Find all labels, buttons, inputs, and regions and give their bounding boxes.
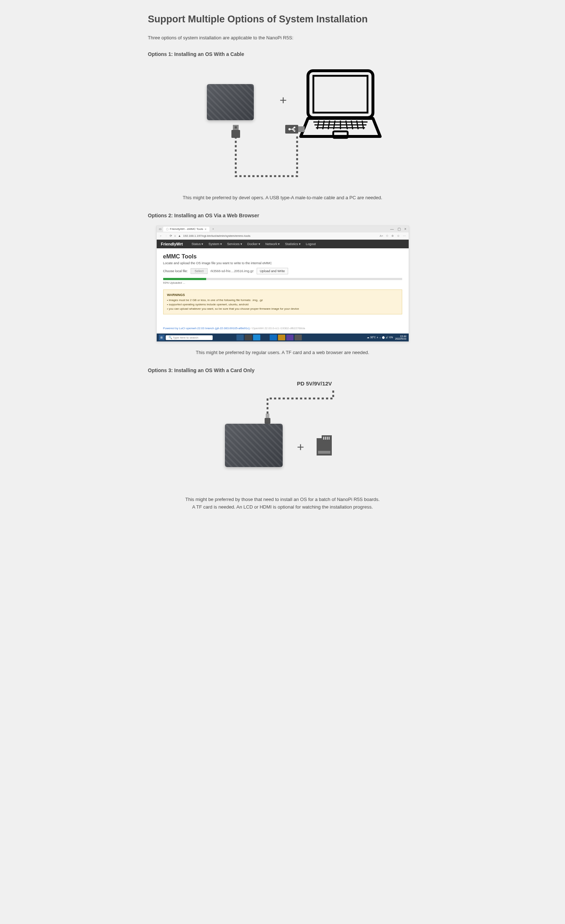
svg-rect-17 — [234, 126, 237, 129]
refresh-icon[interactable]: ⟳ — [170, 234, 172, 237]
option3-illustration: PD 5V/9V/12V + — [148, 380, 417, 489]
brand-label[interactable]: FriendlyWrt — [161, 242, 183, 246]
svg-rect-28 — [329, 437, 330, 440]
upload-progress-label: 93% Uploaded ... — [163, 281, 402, 284]
more-icon[interactable]: ⋯ — [403, 234, 406, 237]
svg-rect-26 — [325, 437, 326, 440]
taskbar-search[interactable]: 🔍 Type here to search — [166, 335, 213, 340]
tab-favicon: ◌ — [166, 227, 168, 231]
option1-caption: This might be preferred by devel opers. … — [148, 194, 417, 202]
window-minimize-icon[interactable]: — — [390, 227, 394, 231]
intro-text: Three options of system installation are… — [148, 35, 417, 40]
power-plug-icon — [264, 414, 271, 424]
taskbar-app-icon[interactable] — [261, 334, 269, 340]
option1-heading: Options 1: Installing an OS With a Cable — [148, 51, 417, 57]
select-file-button[interactable]: Select — [191, 268, 207, 274]
tabbar-app-icon: ▭ — [159, 227, 162, 231]
forward-icon[interactable]: → — [165, 234, 168, 237]
taskbar-app-icon[interactable] — [253, 334, 260, 340]
emmc-title: eMMC Tools — [163, 254, 402, 260]
nav-status[interactable]: Status ▾ — [191, 242, 203, 246]
nav-docker[interactable]: Docker ▾ — [247, 242, 260, 246]
option1-illustration: + — [148, 64, 417, 187]
svg-point-22 — [294, 130, 295, 132]
selected-filename: rk3568-sd-frie....20516.img.gz — [210, 269, 254, 273]
svg-rect-21 — [294, 127, 295, 128]
emmc-subtitle: Locate and upload the OS image file you … — [163, 261, 402, 265]
tab-close-icon[interactable]: × — [205, 227, 206, 231]
option2-caption: This might be preferred by regular users… — [148, 349, 417, 357]
page-title: Support Multiple Options of System Insta… — [148, 14, 417, 25]
luci-footer: Powered by LuCI openwrt-22.03 branch (gi… — [157, 320, 409, 333]
usb-connector-icon — [285, 125, 305, 136]
browser-addressbar: ← → ⟳ ⌂ ▲ 192.168.1.197/cgi-bin/luci/adm… — [157, 232, 409, 240]
power-cable-path — [185, 380, 380, 489]
sd-card-icon — [315, 435, 333, 456]
nav-network[interactable]: Network ▾ — [265, 242, 280, 246]
usb-cable-path — [182, 64, 384, 187]
usb-a-connector-icon — [228, 125, 243, 140]
warning-item: • supported operating systems include op… — [167, 303, 398, 307]
browser-tab[interactable]: ◌ FriendlyWrt - eMMC Tools × — [163, 226, 209, 232]
taskbar-time: 13:44 — [395, 335, 406, 338]
lock-warn-icon: ▲ — [178, 234, 181, 237]
window-maximize-icon[interactable]: ▢ — [397, 227, 401, 231]
option2-heading: Options 2: Installing an OS Via a Web Br… — [148, 213, 417, 218]
taskbar-app-icon[interactable] — [295, 334, 302, 340]
taskbar-app-icon[interactable] — [236, 334, 244, 340]
taskbar-app-icon[interactable] — [245, 334, 252, 340]
taskbar-app-icon[interactable] — [270, 334, 277, 340]
svg-rect-27 — [327, 437, 328, 440]
choose-file-label: Choose local file: — [163, 269, 188, 273]
windows-taskbar: ⊞ 🔍 Type here to search ☁ 30°C ∧ ⌄ ⬤ 🔊 E… — [157, 333, 409, 342]
browser-window: ▭ ◌ FriendlyWrt - eMMC Tools × + — ▢ × ←… — [156, 226, 409, 342]
option2-illustration: ▭ ◌ FriendlyWrt - eMMC Tools × + — ▢ × ←… — [148, 226, 417, 342]
warning-item: • you can upload whatever you want, so b… — [167, 307, 398, 311]
option3-heading: Options 3: Installing an OS With a Card … — [148, 368, 417, 373]
fav-icon[interactable]: ✩ — [386, 234, 388, 237]
warning-item: • images must be 2 GB or less, in one of… — [167, 298, 398, 303]
nav-system[interactable]: System ▾ — [208, 242, 222, 246]
url-field[interactable]: 192.168.1.197/cgi-bin/luci/admin/system/… — [183, 234, 377, 237]
taskbar-date: 2022/5/23 — [395, 338, 406, 340]
back-icon[interactable]: ← — [159, 234, 162, 237]
svg-rect-23 — [266, 414, 269, 418]
nav-statistics[interactable]: Statistics ▾ — [285, 242, 301, 246]
svg-rect-24 — [264, 418, 270, 424]
svg-rect-25 — [323, 437, 324, 440]
warnings-title: WARNINGS — [167, 293, 398, 298]
read-icon[interactable]: A» — [380, 234, 383, 237]
upload-write-button[interactable]: Upload and Write — [257, 268, 288, 274]
upload-progressbar — [163, 278, 402, 280]
app-navbar: FriendlyWrt Status ▾ System ▾ Services ▾… — [157, 240, 409, 248]
svg-rect-18 — [298, 126, 305, 132]
nav-logout[interactable]: Logout — [306, 242, 316, 246]
home-icon[interactable]: ⌂ — [174, 234, 176, 237]
warnings-box: WARNINGS • images must be 2 GB or less, … — [163, 290, 402, 315]
taskbar-weather[interactable]: ☁ 30°C ∧ ⌄ ⬤ 🔊 EN — [367, 336, 393, 339]
footer-link[interactable]: Powered by LuCI openwrt-22.03 branch (gi… — [163, 327, 250, 330]
plus-icon: + — [297, 440, 304, 454]
option3-caption: This might be preferred by those that ne… — [148, 496, 417, 511]
footer-version: / OpenWrt 22.03.0-rc1 r19302-df622768da — [250, 327, 305, 330]
svg-rect-29 — [318, 451, 331, 454]
tab-title: FriendlyWrt - eMMC Tools — [170, 227, 203, 231]
profile-icon[interactable]: ☺ — [397, 234, 400, 237]
taskbar-app-icon[interactable] — [278, 334, 285, 340]
browser-tabbar: ▭ ◌ FriendlyWrt - eMMC Tools × + — ▢ × — [157, 226, 409, 232]
nav-services[interactable]: Services ▾ — [227, 242, 242, 246]
svg-rect-16 — [231, 130, 240, 138]
taskbar-app-icon[interactable] — [286, 334, 293, 340]
new-tab-button[interactable]: + — [211, 227, 215, 231]
window-close-icon[interactable]: × — [404, 227, 407, 231]
nanopi-device-icon — [225, 424, 282, 467]
start-button[interactable]: ⊞ — [159, 334, 165, 340]
ext-icon[interactable]: ⊕ — [391, 234, 394, 237]
